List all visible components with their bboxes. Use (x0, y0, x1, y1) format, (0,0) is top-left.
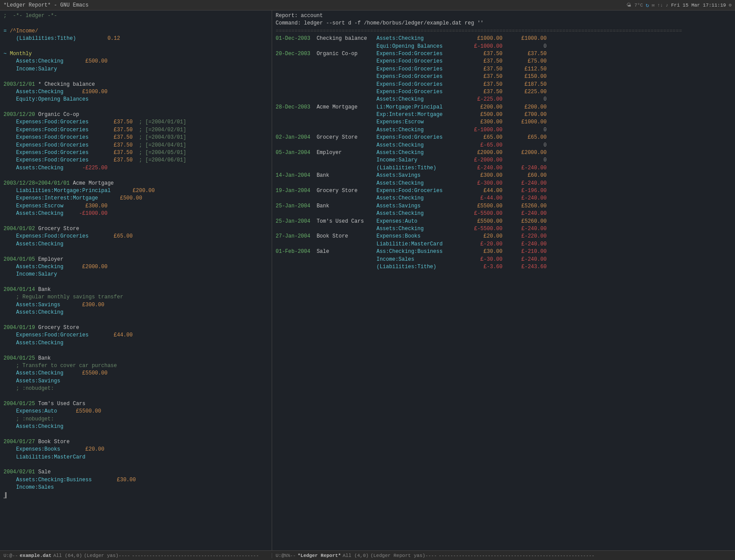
report-content[interactable]: Report: account Command: ledger --sort d… (272, 10, 735, 550)
left-pane: ; -*- ledger -*- = /^Income/ (Liabilitie… (0, 10, 272, 550)
editor-text: ; -*- ledger -*- = /^Income/ (Liabilitie… (4, 12, 268, 499)
right-pane: Report: account Command: ledger --sort d… (272, 10, 735, 550)
refresh-icon[interactable]: ↻ (646, 2, 649, 9)
right-status-fill: ----------------------------------------… (439, 553, 595, 558)
title-bar-right: 🌤 7°C ↻ ✉ ↑↓ ♪ Fri 15 Mar 17:11:19 ⚙ (626, 2, 732, 9)
status-bar: U:@-- example.dat All (64,0) (Ledger yas… (0, 550, 735, 560)
right-status: U:@%%-- *Ledger Report* All (4,0) (Ledge… (272, 553, 598, 558)
title-bar: *Ledger Report* - GNU Emacs 🌤 7°C ↻ ✉ ↑↓… (0, 0, 735, 10)
volume-icon: ♪ (665, 3, 668, 8)
window-title: *Ledger Report* - GNU Emacs (4, 2, 88, 8)
weather-display: 🌤 7°C (626, 2, 643, 8)
left-status: U:@-- example.dat All (64,0) (Ledger yas… (0, 553, 272, 558)
email-icon: ✉ (652, 2, 655, 8)
right-status-info: All (4,0) (343, 553, 368, 558)
main-area: ; -*- ledger -*- = /^Income/ (Liabilitie… (0, 10, 735, 550)
right-status-mode: U:@%%-- (276, 553, 296, 558)
left-status-mode: U:@-- (4, 553, 18, 558)
left-status-desc: (Ledger yas)---- (84, 553, 130, 558)
settings-icon[interactable]: ⚙ (728, 2, 732, 8)
datetime-display: Fri 15 Mar 17:11:19 (671, 3, 726, 8)
editor-content[interactable]: ; -*- ledger -*- = /^Income/ (Liabilitie… (0, 10, 272, 550)
left-status-info: All (64,0) (53, 553, 82, 558)
network-icon: ↑↓ (657, 3, 663, 8)
left-status-fill: ----------------------------------------… (132, 553, 268, 558)
report-text: Report: account Command: ledger --sort d… (276, 12, 732, 271)
left-status-file: example.dat (20, 553, 52, 558)
right-status-desc: (Ledger Report yas)---- (371, 553, 437, 558)
title-bar-left: *Ledger Report* - GNU Emacs (4, 2, 88, 8)
right-status-file: *Ledger Report* (298, 553, 341, 558)
